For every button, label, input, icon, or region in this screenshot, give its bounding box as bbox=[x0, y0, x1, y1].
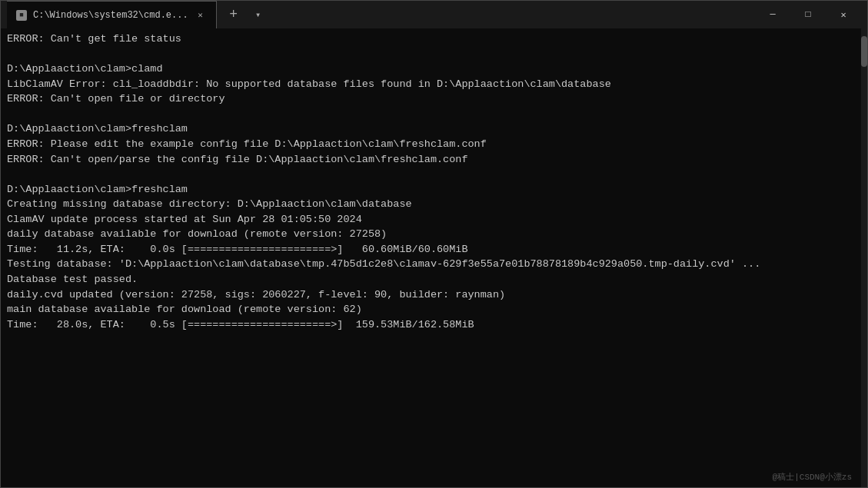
terminal-window: ■ C:\Windows\system32\cmd.e... ✕ + ▾ ─ □… bbox=[0, 0, 868, 488]
maximize-button[interactable]: □ bbox=[790, 1, 826, 28]
scrollbar[interactable] bbox=[861, 28, 867, 487]
cmd-icon: ■ bbox=[16, 10, 27, 21]
new-tab-button[interactable]: + bbox=[223, 4, 244, 25]
title-bar-left: ■ C:\Windows\system32\cmd.e... ✕ + ▾ bbox=[7, 1, 755, 28]
scrollbar-thumb[interactable] bbox=[861, 36, 867, 67]
tab-dropdown-button[interactable]: ▾ bbox=[248, 4, 269, 25]
active-tab[interactable]: ■ C:\Windows\system32\cmd.e... ✕ bbox=[7, 1, 217, 28]
tab-label: C:\Windows\system32\cmd.e... bbox=[33, 10, 188, 21]
terminal-output: ERROR: Can't get file status D:\Applaact… bbox=[7, 32, 861, 332]
title-bar: ■ C:\Windows\system32\cmd.e... ✕ + ▾ ─ □… bbox=[1, 1, 867, 28]
terminal-body[interactable]: ERROR: Can't get file status D:\Applaact… bbox=[1, 28, 867, 487]
close-button[interactable]: ✕ bbox=[826, 1, 861, 28]
window-controls: ─ □ ✕ bbox=[755, 1, 861, 28]
tab-close-button[interactable]: ✕ bbox=[195, 9, 207, 22]
minimize-button[interactable]: ─ bbox=[755, 1, 790, 28]
watermark: @稿士|CSDN@小漂zs bbox=[773, 472, 852, 484]
